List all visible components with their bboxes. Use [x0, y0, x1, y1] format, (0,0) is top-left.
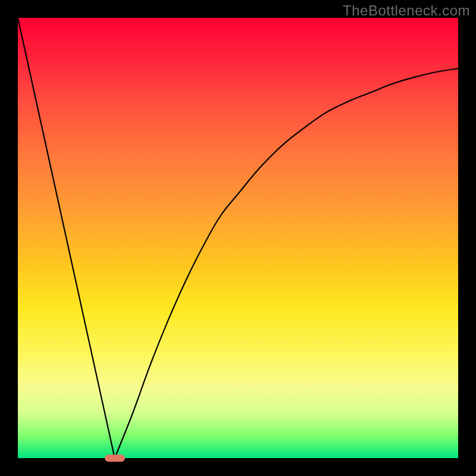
watermark-text: TheBottleneck.com: [343, 2, 470, 19]
chart-curve: [18, 18, 458, 458]
chart-frame: [18, 18, 458, 458]
minimum-marker: [105, 455, 125, 462]
